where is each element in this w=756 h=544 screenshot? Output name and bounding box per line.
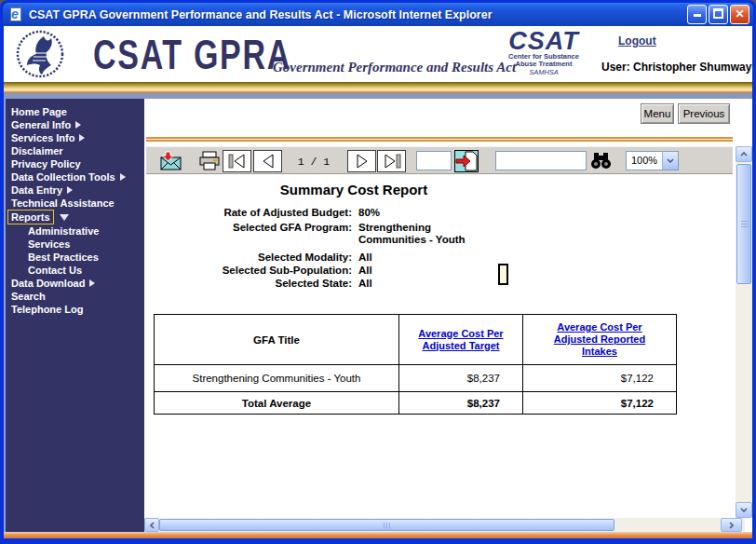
sidebar-item-data-entry[interactable]: Data Entry — [4, 184, 144, 197]
vertical-scrollbar[interactable] — [736, 146, 752, 518]
field-label: Selected Sub-Population: — [144, 265, 352, 277]
render-artifact-box — [498, 264, 508, 285]
chevron-down-icon — [740, 508, 748, 512]
sidebar-item-reports[interactable]: Reports — [4, 210, 144, 224]
previous-page-button[interactable] — [253, 150, 282, 172]
report-field-row: Selected Sub-Population: All — [144, 265, 582, 277]
field-label: Selected Modality: — [144, 252, 352, 264]
scroll-down-button[interactable] — [736, 502, 752, 518]
sidebar-item-services[interactable]: Services — [4, 238, 144, 251]
field-label: Rate of Adjusted Budget: — [144, 207, 352, 219]
goto-page-input[interactable] — [416, 151, 452, 170]
sidebar-item-data-download[interactable]: Data Download — [4, 277, 144, 290]
printer-icon — [198, 151, 221, 170]
down-arrow-icon — [60, 214, 69, 221]
first-page-icon — [227, 154, 248, 169]
close-button[interactable]: ✕ — [730, 5, 749, 24]
cost-report-table: GFA Title Average Cost Per Adjusted Targ… — [154, 314, 677, 415]
report-page: Summary Cost Report Rate of Adjusted Bud… — [144, 174, 736, 518]
sidebar-item-privacy-policy[interactable]: Privacy Policy — [4, 157, 144, 170]
sidebar-nav: Home Page General Info Services Info Dis… — [4, 99, 144, 532]
cell-total-avg-cost-target: $8,237 — [399, 392, 523, 415]
sort-link-avg-cost-target[interactable]: Average Cost Per Adjusted Target — [410, 328, 512, 352]
cell-avg-cost-target: $8,237 — [399, 365, 523, 392]
title-bar: e CSAT GPRA Government Performance and R… — [3, 3, 753, 26]
scroll-up-button[interactable] — [736, 146, 752, 162]
report-field-row: Selected Modality: All — [144, 252, 582, 264]
field-value: Strengthening Communities - Youth — [358, 222, 485, 246]
field-value: All — [358, 278, 498, 290]
report-field-row: Selected GFA Program: Strengthening Comm… — [144, 222, 582, 246]
right-arrow-icon — [75, 121, 81, 129]
first-page-button[interactable] — [223, 150, 251, 172]
report-toolbar: 1 / 1 — [146, 146, 733, 174]
field-label: Selected GFA Program: — [144, 222, 352, 246]
sidebar-item-disclaimer[interactable]: Disclaimer — [4, 144, 144, 157]
logout-link[interactable]: Logout — [618, 34, 656, 48]
hhs-logo — [15, 28, 69, 84]
sidebar-item-best-practices[interactable]: Best Practices — [4, 251, 144, 264]
field-value: 80% — [358, 207, 498, 219]
horizontal-scrollbar[interactable] — [144, 518, 745, 532]
table-total-row: Total Average $8,237 $7,122 — [155, 392, 677, 415]
csat-logo-name: CSAT — [500, 29, 587, 53]
maximize-button[interactable] — [709, 5, 728, 24]
search-text-input[interactable] — [495, 151, 587, 170]
cell-gfa-title: Strengthening Communities - Youth — [155, 365, 399, 392]
menu-button[interactable]: Menu — [641, 103, 674, 124]
cell-total-avg-cost-intakes: $7,122 — [523, 392, 677, 415]
next-page-button[interactable] — [347, 150, 376, 172]
right-arrow-icon — [79, 134, 85, 142]
binoculars-icon — [590, 152, 612, 170]
report-title: Summary Cost Report — [144, 182, 563, 197]
chevron-up-icon — [740, 152, 748, 156]
sidebar-item-data-collection-tools[interactable]: Data Collection Tools — [4, 170, 144, 184]
chevron-down-icon — [662, 152, 678, 170]
zoom-select[interactable]: 100% — [626, 151, 679, 170]
last-page-button[interactable] — [377, 150, 406, 172]
chevron-left-icon — [150, 522, 155, 529]
report-field-row: Selected State: All — [144, 278, 582, 290]
active-item-outline: Reports — [7, 210, 54, 224]
sidebar-item-home-page[interactable]: Home Page — [4, 105, 144, 118]
sidebar-item-search[interactable]: Search — [4, 290, 144, 303]
sidebar-item-contact-us[interactable]: Contact Us — [4, 264, 144, 277]
orange-rule — [146, 137, 733, 142]
field-value: All — [358, 252, 498, 264]
previous-page-icon — [260, 154, 277, 169]
goto-page-button[interactable] — [454, 150, 479, 176]
vertical-scrollbar-thumb[interactable] — [736, 164, 751, 284]
sidebar-item-telephone-log[interactable]: Telephone Log — [4, 303, 144, 316]
browser-window: e CSAT GPRA Government Performance and R… — [0, 0, 756, 544]
csat-logo-line2: Abuse Treatment — [500, 61, 587, 68]
scroll-right-button[interactable] — [721, 518, 742, 532]
sidebar-item-services-info[interactable]: Services Info — [4, 131, 144, 144]
scroll-left-button[interactable] — [144, 518, 159, 532]
column-header-avg-cost-intakes: Average Cost Per Adjusted Reported Intak… — [523, 315, 677, 365]
cell-total-label: Total Average — [155, 392, 399, 415]
app-header: CSAT GPRA Government Performance and Res… — [4, 26, 752, 82]
field-value: All — [358, 265, 498, 277]
main-content: Menu Previous — [144, 99, 752, 532]
sidebar-item-general-info[interactable]: General Info — [4, 118, 144, 131]
sidebar-item-administrative[interactable]: Administrative — [4, 224, 144, 238]
print-button[interactable] — [198, 151, 221, 174]
app-brand-title: CSAT GPRA — [93, 32, 291, 78]
search-button[interactable] — [590, 152, 612, 173]
minimize-button[interactable] — [687, 5, 707, 24]
table-header-row: GFA Title Average Cost Per Adjusted Targ… — [155, 315, 677, 365]
internet-explorer-icon: e — [9, 7, 24, 22]
goto-page-icon — [454, 150, 479, 172]
horizontal-scrollbar-thumb[interactable] — [159, 519, 614, 531]
column-header-gfa-title: GFA Title — [155, 315, 399, 365]
field-label: Selected State: — [144, 278, 352, 290]
previous-button[interactable]: Previous — [678, 103, 730, 124]
export-report-button[interactable] — [158, 151, 182, 175]
close-icon: ✕ — [731, 6, 749, 22]
cell-avg-cost-intakes: $7,122 — [523, 365, 677, 392]
csat-logo: CSAT Center for Substance Abuse Treatmen… — [500, 29, 587, 76]
column-header-avg-cost-target: Average Cost Per Adjusted Target — [399, 315, 523, 365]
bottom-orange-bar — [4, 532, 752, 538]
sort-link-avg-cost-intakes[interactable]: Average Cost Per Adjusted Reported Intak… — [544, 321, 655, 358]
sidebar-item-technical-assistance[interactable]: Technical Assistance — [4, 197, 144, 210]
